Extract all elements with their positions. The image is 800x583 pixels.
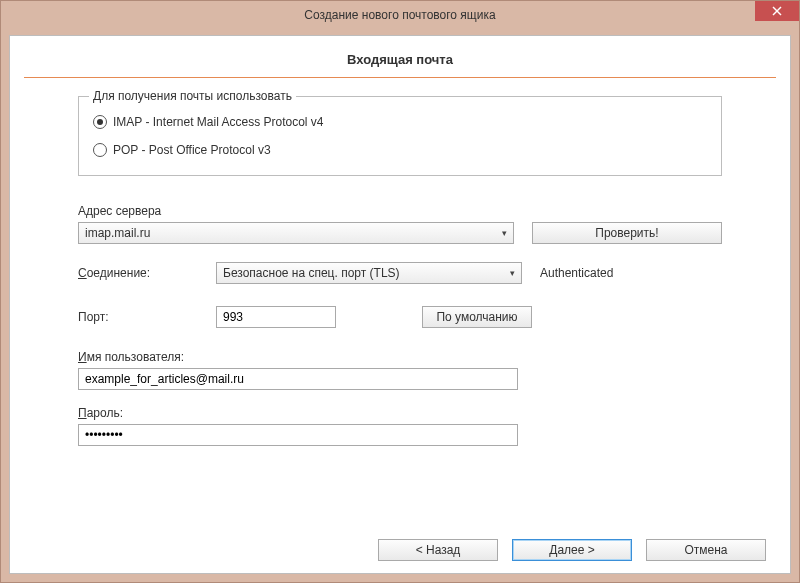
protocol-fieldset: Для получения почты использовать IMAP - … xyxy=(78,96,722,176)
server-address-label: Адрес сервера xyxy=(78,204,514,218)
username-input[interactable] xyxy=(78,368,518,390)
server-address-input[interactable]: imap.mail.ru ▾ xyxy=(78,222,514,244)
divider xyxy=(24,77,776,78)
server-address-value: imap.mail.ru xyxy=(85,226,150,240)
verify-button[interactable]: Проверить! xyxy=(532,222,722,244)
port-label: Порт: xyxy=(78,310,198,324)
radio-imap[interactable]: IMAP - Internet Mail Access Protocol v4 xyxy=(93,115,707,129)
connection-select[interactable]: Безопасное на спец. порт (TLS) ▾ xyxy=(216,262,522,284)
password-input[interactable] xyxy=(78,424,518,446)
chevron-down-icon: ▾ xyxy=(502,228,507,238)
titlebar: Создание нового почтового ящика xyxy=(1,1,799,29)
radio-pop-label: POP - Post Office Protocol v3 xyxy=(113,143,271,157)
username-group: Имя пользователя: xyxy=(78,350,722,390)
radio-pop[interactable]: POP - Post Office Protocol v3 xyxy=(93,143,707,157)
footer-buttons: < Назад Далее > Отмена xyxy=(10,539,790,561)
content-panel: Входящая почта Для получения почты испол… xyxy=(9,35,791,574)
connection-status: Authenticated xyxy=(540,266,613,280)
form-area: Для получения почты использовать IMAP - … xyxy=(24,96,776,446)
connection-group: Соединение: Безопасное на спец. порт (TL… xyxy=(78,262,722,284)
port-input[interactable] xyxy=(216,306,336,328)
cancel-button[interactable]: Отмена xyxy=(646,539,766,561)
back-button[interactable]: < Назад xyxy=(378,539,498,561)
radio-imap-label: IMAP - Internet Mail Access Protocol v4 xyxy=(113,115,324,129)
close-icon xyxy=(772,6,782,16)
server-address-group: Адрес сервера imap.mail.ru ▾ Проверить! xyxy=(78,204,722,244)
port-group: Порт: По умолчанию xyxy=(78,306,722,328)
next-button[interactable]: Далее > xyxy=(512,539,632,561)
port-default-button[interactable]: По умолчанию xyxy=(422,306,532,328)
username-label: Имя пользователя: xyxy=(78,350,722,364)
window-title: Создание нового почтового ящика xyxy=(304,8,495,22)
radio-imap-input[interactable] xyxy=(93,115,107,129)
password-group: Пароль: xyxy=(78,406,722,446)
protocol-legend: Для получения почты использовать xyxy=(89,89,296,103)
dialog-window: Создание нового почтового ящика Входящая… xyxy=(0,0,800,583)
password-label: Пароль: xyxy=(78,406,722,420)
page-title: Входящая почта xyxy=(24,46,776,77)
chevron-down-icon: ▾ xyxy=(510,268,515,278)
connection-label: Соединение: xyxy=(78,266,198,280)
close-button[interactable] xyxy=(755,1,799,21)
radio-pop-input[interactable] xyxy=(93,143,107,157)
connection-value: Безопасное на спец. порт (TLS) xyxy=(223,266,400,280)
